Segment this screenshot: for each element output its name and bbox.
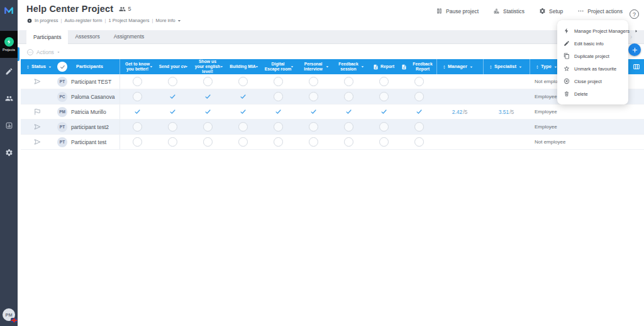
manager-score-cell <box>436 120 483 134</box>
tab-assessors[interactable]: Assessors <box>68 30 106 43</box>
participant-name[interactable]: Paloma Casanova <box>71 89 119 104</box>
activity-status-circle[interactable] <box>274 137 283 147</box>
send-icon[interactable] <box>33 138 42 146</box>
more-info-button[interactable]: More info <box>155 18 181 23</box>
tab-assignments[interactable]: Assignments <box>107 30 152 43</box>
activity-status-circle[interactable] <box>133 122 142 132</box>
activity-status-circle[interactable] <box>309 92 318 101</box>
column-header-select[interactable] <box>53 59 71 74</box>
participant-name[interactable]: Participant test <box>71 135 119 149</box>
sidebar-item-projects[interactable]: Projects <box>0 31 18 58</box>
activity-complete-icon[interactable] <box>204 93 211 100</box>
activity-status-circle[interactable] <box>309 77 318 86</box>
column-header-specialist[interactable]: Specialist <box>483 59 530 74</box>
activity-status-circle[interactable] <box>133 137 142 147</box>
activity-complete-icon[interactable] <box>204 108 211 115</box>
column-header-a4[interactable]: Building MIA <box>225 59 260 74</box>
app-logo-icon[interactable] <box>3 4 14 16</box>
activity-status-circle[interactable] <box>133 77 142 86</box>
menu-item-duplicate-project[interactable]: Duplicate project <box>557 50 628 62</box>
activity-complete-icon[interactable] <box>416 108 423 115</box>
activity-status-circle[interactable] <box>238 77 248 86</box>
activity-status-circle[interactable] <box>344 137 353 147</box>
activity-status-circle[interactable] <box>414 137 424 147</box>
manager-score-value[interactable]: 2.42 <box>452 109 463 115</box>
send-icon[interactable] <box>33 77 42 86</box>
project-actions-button[interactable]: Project actions <box>577 8 623 14</box>
activity-complete-icon[interactable] <box>310 108 317 115</box>
activity-status-circle[interactable] <box>379 137 389 147</box>
participant-name[interactable]: participant test2 <box>71 120 119 134</box>
specialist-score-value[interactable]: 3.51 <box>499 109 509 115</box>
setup-button[interactable]: Setup <box>539 8 563 14</box>
activity-status-circle[interactable] <box>168 122 177 132</box>
column-settings-button[interactable] <box>628 59 644 74</box>
sidebar-item-edit[interactable] <box>0 58 18 85</box>
activity-complete-icon[interactable] <box>240 108 247 115</box>
column-header-a1[interactable]: Get to know you better! <box>119 59 155 74</box>
activity-status-circle[interactable] <box>309 137 318 147</box>
table-columns-icon <box>633 63 640 70</box>
activity-status-circle[interactable] <box>274 77 283 86</box>
column-header-manager[interactable]: Manager <box>436 59 483 74</box>
activity-status-circle[interactable] <box>274 92 283 101</box>
activity-status-circle[interactable] <box>379 122 389 132</box>
menu-item-delete[interactable]: Delete <box>557 87 628 100</box>
activity-status-circle[interactable] <box>203 137 213 147</box>
sidebar-item-reports[interactable] <box>0 112 18 139</box>
activity-status-circle[interactable] <box>133 92 142 101</box>
help-button[interactable]: ? <box>630 9 639 19</box>
activity-complete-icon[interactable] <box>345 108 352 115</box>
activity-status-circle[interactable] <box>238 122 248 132</box>
column-header-a6[interactable]: Personal Interview <box>296 59 331 74</box>
column-header-status[interactable]: Status <box>21 59 53 74</box>
activity-cell <box>155 104 190 119</box>
activity-status-circle[interactable] <box>309 122 318 132</box>
activity-status-circle[interactable] <box>379 92 389 101</box>
activity-status-circle[interactable] <box>379 77 389 86</box>
activity-status-circle[interactable] <box>414 92 424 101</box>
activity-status-circle[interactable] <box>238 137 248 147</box>
activity-status-circle[interactable] <box>274 122 283 132</box>
send-icon[interactable] <box>33 123 42 131</box>
activity-complete-icon[interactable] <box>275 108 282 115</box>
activity-complete-icon[interactable] <box>169 108 176 115</box>
column-header-a3[interactable]: Show us your english level! <box>190 59 225 74</box>
participant-name[interactable]: Patricia Murillo <box>71 104 119 119</box>
menu-item-manage-project-managers[interactable]: Manage Project Managers <box>557 25 628 37</box>
activity-status-circle[interactable] <box>203 77 213 86</box>
column-header-a5[interactable]: Digital Escape room <box>260 59 296 74</box>
activity-status-circle[interactable] <box>203 122 213 132</box>
activity-complete-icon[interactable] <box>134 108 141 115</box>
add-participant-button[interactable] <box>628 43 641 56</box>
user-avatar[interactable]: PM <box>3 308 15 321</box>
flag-icon[interactable] <box>33 108 42 116</box>
activity-status-circle[interactable] <box>344 122 353 132</box>
select-all-checkbox[interactable] <box>57 62 67 72</box>
activity-status-circle[interactable] <box>168 137 177 147</box>
menu-item-unmark-as-favourite[interactable]: Unmark as favourite <box>557 62 628 75</box>
sidebar-item-people[interactable] <box>0 85 18 112</box>
next-page-button[interactable]: › <box>630 33 633 40</box>
tab-participants[interactable]: Participants <box>26 30 68 44</box>
activity-complete-icon[interactable] <box>169 93 176 100</box>
column-header-r1[interactable]: Report <box>366 59 401 74</box>
activity-status-circle[interactable] <box>344 92 353 101</box>
activity-complete-icon[interactable] <box>380 108 387 115</box>
sidebar-item-settings[interactable] <box>0 139 18 166</box>
activity-status-circle[interactable] <box>414 77 424 86</box>
activity-complete-icon[interactable] <box>240 93 247 100</box>
column-header-r2[interactable]: Feedback Report <box>401 59 436 74</box>
column-header-a7[interactable]: Feedback session <box>331 59 366 74</box>
activity-status-circle[interactable] <box>168 77 177 86</box>
actions-button[interactable]: Actions <box>26 48 60 56</box>
menu-item-edit-basic-info[interactable]: Edit basic info <box>557 37 628 50</box>
activity-cell <box>296 89 331 104</box>
pause-project-button[interactable]: Pause project <box>436 8 479 14</box>
activity-status-circle[interactable] <box>414 122 424 132</box>
participant-name[interactable]: Participant TEST <box>71 74 119 89</box>
statistics-button[interactable]: Statistics <box>493 8 525 14</box>
activity-status-circle[interactable] <box>344 77 353 86</box>
column-header-a2[interactable]: Send your cv <box>155 59 190 74</box>
menu-item-close-project[interactable]: Close project <box>557 75 628 87</box>
